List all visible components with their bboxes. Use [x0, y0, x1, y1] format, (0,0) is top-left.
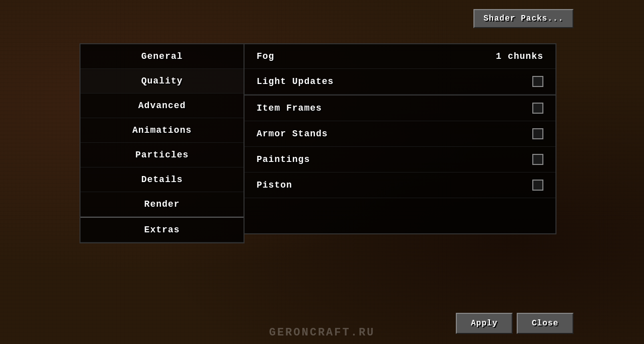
- content-row-paintings: Paintings: [245, 147, 555, 173]
- content-row-label-item-frames: Item Frames: [257, 103, 532, 113]
- sidebar-item-quality[interactable]: Quality: [80, 69, 244, 94]
- content-row-fog: Fog1 chunks: [245, 44, 555, 69]
- watermark: GERONCRAFT.RU: [269, 326, 375, 339]
- close-button[interactable]: Close: [517, 313, 574, 334]
- checkbox-piston[interactable]: [532, 180, 543, 191]
- sidebar-item-animations[interactable]: Animations: [80, 118, 244, 143]
- sidebar-item-extras[interactable]: Extras: [80, 218, 244, 242]
- content-row-label-light-updates: Light Updates: [257, 76, 532, 87]
- content-row-piston: Piston: [245, 173, 555, 198]
- content-row-label-armor-stands: Armor Stands: [257, 129, 532, 139]
- main-layout: GeneralQualityAdvancedAnimationsParticle…: [79, 43, 556, 243]
- content-row-item-frames: Item Frames: [245, 95, 555, 121]
- content-row-label-paintings: Paintings: [257, 154, 532, 164]
- checkbox-item-frames[interactable]: [532, 103, 543, 114]
- page-container: Shader Packs... GeneralQualityAdvancedAn…: [0, 0, 644, 344]
- content-row-label-piston: Piston: [257, 180, 532, 190]
- checkbox-armor-stands[interactable]: [532, 128, 543, 139]
- shader-packs-button[interactable]: Shader Packs...: [473, 9, 574, 28]
- sidebar-item-general[interactable]: General: [80, 44, 244, 69]
- checkbox-paintings[interactable]: [532, 154, 543, 165]
- sidebar-item-advanced[interactable]: Advanced: [80, 94, 244, 118]
- sidebar-item-particles[interactable]: Particles: [80, 143, 244, 167]
- content-row-label-fog: Fog: [257, 51, 496, 61]
- checkbox-light-updates[interactable]: [532, 76, 543, 87]
- sidebar: GeneralQualityAdvancedAnimationsParticle…: [79, 43, 245, 243]
- content-row-light-updates: Light Updates: [245, 69, 555, 95]
- content-row-value-fog: 1 chunks: [496, 51, 543, 61]
- content-row-armor-stands: Armor Stands: [245, 121, 555, 147]
- sidebar-item-render[interactable]: Render: [80, 192, 244, 217]
- apply-button[interactable]: Apply: [456, 313, 513, 334]
- content-panel: Fog1 chunksLight UpdatesItem FramesArmor…: [245, 43, 556, 234]
- bottom-bar: ApplyClose: [456, 313, 574, 334]
- sidebar-item-details[interactable]: Details: [80, 167, 244, 192]
